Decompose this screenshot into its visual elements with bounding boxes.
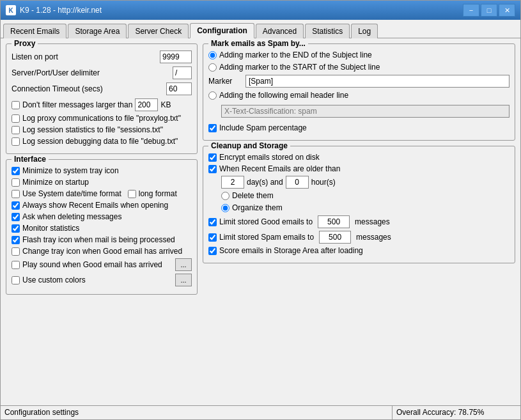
log-debug-label: Log session debugging data to file "debu…: [22, 137, 178, 146]
play-sound-row: Play sound when Good email has arrived .…: [12, 258, 192, 271]
end-subject-radio[interactable]: [208, 51, 217, 59]
when-older-row: When Recent Emails are older than: [208, 164, 509, 173]
tab-recent-emails[interactable]: Recent Emails: [3, 24, 66, 38]
ask-deleting-label: Ask when deleting messages: [22, 212, 121, 221]
minimize-tray-checkbox[interactable]: [12, 167, 20, 175]
monitor-stats-checkbox[interactable]: [12, 224, 20, 233]
header-input-row: [208, 103, 509, 120]
mark-spam-title: Mark emails as Spam by...: [208, 39, 308, 48]
main-content: Proxy Listen on port Server/Port/User de…: [1, 38, 520, 405]
timeout-label: Connection Timeout (secs): [12, 84, 166, 93]
log-debug-row: Log session debugging data to file "debu…: [12, 137, 192, 146]
dont-filter-checkbox[interactable]: [12, 101, 20, 109]
timeout-row: Connection Timeout (secs): [12, 82, 192, 95]
end-subject-row: Adding marker to the END of the Subject …: [208, 51, 509, 59]
mark-spam-group: Mark emails as Spam by... Adding marker …: [203, 43, 515, 141]
long-format-checkbox[interactable]: [128, 190, 136, 198]
window-title: K9 - 1.28 - http://keir.net: [20, 6, 102, 15]
minimize-tray-row: Minimize to system tray icon: [12, 166, 192, 175]
dont-filter-input[interactable]: [135, 98, 158, 111]
app-icon: K: [6, 5, 16, 15]
custom-colors-checkbox[interactable]: [12, 276, 20, 284]
window: K K9 - 1.28 - http://keir.net − □ ✕ Rece…: [0, 0, 521, 420]
days-label: day(s) and: [247, 178, 283, 187]
limit-spam-unit: messages: [356, 233, 391, 242]
flash-tray-row: Flash tray icon when mail is being proce…: [12, 235, 192, 244]
start-subject-label: Adding marker to the START of the Subjec…: [219, 63, 380, 72]
include-percentage-checkbox[interactable]: [208, 124, 217, 132]
days-input[interactable]: [221, 176, 244, 189]
log-session-row: Log session statistics to file "sessions…: [12, 125, 192, 134]
proxy-group: Proxy Listen on port Server/Port/User de…: [6, 43, 198, 154]
score-checkbox[interactable]: [208, 247, 217, 255]
ask-deleting-checkbox[interactable]: [12, 213, 20, 221]
log-proxy-checkbox[interactable]: [12, 114, 20, 123]
delimiter-input[interactable]: [173, 66, 192, 79]
flash-tray-checkbox[interactable]: [12, 236, 20, 244]
encrypt-row: Encrypt emails stored on disk: [208, 153, 509, 162]
minimize-startup-row: Minimize on startup: [12, 178, 192, 187]
add-header-radio[interactable]: [208, 91, 217, 100]
limit-spam-label: Limit stored Spam emails to: [219, 233, 314, 242]
flash-tray-label: Flash tray icon when mail is being proce…: [22, 235, 175, 244]
log-proxy-row: Log proxy communications to file "proxyl…: [12, 114, 192, 123]
limit-spam-checkbox[interactable]: [208, 233, 217, 242]
dont-filter-label: Don't filter messages larger than: [22, 100, 132, 109]
listen-port-row: Listen on port: [12, 51, 192, 63]
play-sound-checkbox[interactable]: [12, 261, 20, 269]
delete-radio[interactable]: [221, 192, 229, 200]
log-proxy-label: Log proxy communications to file "proxyl…: [22, 114, 181, 123]
maximize-button[interactable]: □: [481, 4, 497, 17]
minimize-startup-checkbox[interactable]: [12, 178, 20, 187]
tab-configuration[interactable]: Configuration: [190, 23, 254, 38]
tab-storage-area[interactable]: Storage Area: [68, 24, 127, 38]
start-subject-row: Adding marker to the START of the Subjec…: [208, 63, 509, 72]
dont-filter-row: Don't filter messages larger than KB: [12, 98, 192, 111]
change-tray-checkbox[interactable]: [12, 247, 20, 256]
tab-advanced[interactable]: Advanced: [256, 24, 304, 38]
marker-input[interactable]: [245, 75, 509, 88]
play-sound-label: Play sound when Good email has arrived: [22, 260, 162, 269]
status-left: Configuration settings: [1, 406, 393, 419]
encrypt-checkbox[interactable]: [208, 153, 217, 162]
tab-log[interactable]: Log: [351, 24, 378, 38]
limit-spam-input[interactable]: [319, 231, 351, 244]
days-hours-row: day(s) and hour(s): [208, 176, 509, 189]
header-input[interactable]: [221, 105, 509, 118]
include-percentage-row: Include Spam percentage: [208, 123, 509, 132]
always-show-checkbox[interactable]: [12, 201, 20, 210]
listen-port-input[interactable]: [160, 51, 192, 63]
organize-label: Organize them: [232, 203, 283, 212]
end-subject-label: Adding marker to the END of the Subject …: [219, 51, 372, 59]
monitor-stats-label: Monitor statistics: [22, 224, 79, 233]
limit-good-label: Limit stored Good emails to: [219, 217, 313, 226]
left-column: Proxy Listen on port Server/Port/User de…: [6, 43, 198, 400]
custom-colors-browse-button[interactable]: ...: [175, 274, 192, 286]
tab-statistics[interactable]: Statistics: [305, 24, 350, 38]
hours-label: hour(s): [311, 178, 336, 187]
marker-label: Marker: [208, 77, 240, 86]
close-button[interactable]: ✕: [499, 4, 515, 17]
custom-colors-label: Use custom colors: [22, 276, 86, 284]
limit-good-input[interactable]: [318, 215, 350, 228]
right-column: Mark emails as Spam by... Adding marker …: [203, 43, 515, 400]
organize-radio[interactable]: [221, 204, 229, 212]
tab-server-check[interactable]: Server Check: [128, 24, 189, 38]
minimize-button[interactable]: −: [463, 4, 479, 17]
minimize-startup-label: Minimize on startup: [22, 178, 89, 187]
when-older-label: When Recent Emails are older than: [219, 164, 340, 173]
interface-title: Interface: [12, 155, 49, 164]
play-sound-browse-button[interactable]: ...: [175, 258, 192, 271]
delete-row: Delete them: [208, 191, 509, 200]
dont-filter-unit: KB: [160, 100, 171, 109]
use-system-date-row: Use System date/time format long format: [12, 189, 192, 198]
start-subject-radio[interactable]: [208, 63, 217, 72]
log-debug-checkbox[interactable]: [12, 137, 20, 146]
when-older-checkbox[interactable]: [208, 165, 217, 173]
limit-good-checkbox[interactable]: [208, 218, 217, 226]
hours-input[interactable]: [286, 176, 309, 189]
cleanup-group: Cleanup and Storage Encrypt emails store…: [203, 146, 515, 263]
timeout-input[interactable]: [166, 82, 192, 95]
log-session-checkbox[interactable]: [12, 126, 20, 134]
use-system-date-checkbox[interactable]: [12, 190, 20, 198]
